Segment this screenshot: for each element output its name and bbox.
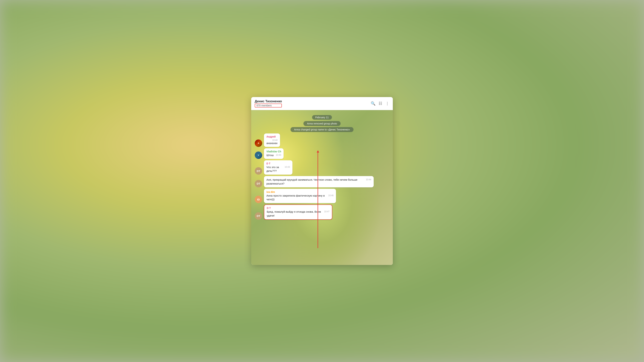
message-bubble: 10:44 Аня, прекращай ерундой заниматься.… [264, 176, 374, 187]
red-vertical-bar [318, 151, 318, 248]
member-count: 670 members [255, 104, 282, 107]
message-row: А Андрей 10:40 ахахахах [255, 134, 389, 147]
system-badge-changed-name: Anna changed group name to «Денис Тихоне… [290, 127, 353, 132]
message-row: DT D T 10:47 Бред, пожалуй выйду я отсюд… [255, 204, 389, 220]
system-message-changed-name: Anna changed group name to «Денис Тихоне… [255, 127, 389, 132]
avatar: V [255, 152, 262, 159]
system-badge-removed: Anna removed group photo [304, 121, 340, 126]
sender-name: D T [266, 162, 290, 165]
chat-body: February 11 Anna removed group photo Ann… [251, 110, 393, 265]
header-left: Денис Тихоненко 670 members [255, 100, 282, 107]
message-text: Анна просто закрепила фактическую картин… [266, 194, 334, 201]
message-time: 10:40 [272, 139, 278, 141]
chat-title: Денис Тихоненко [255, 100, 282, 103]
message-time: 10:43 [276, 154, 281, 156]
system-message-removed-photo: Anna removed group photo [255, 121, 389, 126]
avatar: ID [255, 196, 262, 203]
avatar-initials: DT [257, 170, 260, 173]
sender-name: Андрей [266, 135, 278, 138]
avatar-initials: DT [257, 182, 260, 185]
search-icon[interactable]: 🔍 [371, 101, 376, 106]
header-icons: 🔍 ☷ ⋮ [371, 101, 389, 106]
message-text: Аня, прекращай ерундой заниматься. Честн… [266, 178, 371, 185]
message-time: 10:43 [285, 166, 290, 168]
more-icon[interactable]: ⋮ [385, 101, 389, 106]
avatar: DT [255, 212, 262, 220]
message-bubble-highlighted: D T 10:47 Бред, пожалуй выйду я отсюда с… [264, 204, 332, 220]
red-arrow-head [317, 150, 319, 153]
message-row: DT D T 10:43 Что это за дичь??? [255, 160, 389, 175]
avatar: DT [255, 167, 262, 175]
chat-window: Денис Тихоненко 670 members 🔍 ☷ ⋮ Februa… [251, 97, 393, 265]
message-text: Бред, пожалуй выйду я отсюда снова. Всем… [267, 210, 330, 218]
message-bubble: Vladislav Ch 10:43 Штош [264, 148, 284, 159]
avatar-initials: ID [257, 198, 260, 201]
date-separator: February 11 [255, 115, 389, 120]
message-time: 10:47 [324, 210, 330, 213]
message-bubble: D T 10:43 Что это за дичь??? [264, 160, 292, 175]
message-bubble: Андрей 10:40 ахахахах [264, 134, 280, 147]
avatar: А [255, 140, 262, 147]
message-row: ID iva dim 10:46 Анна просто закрепила ф… [255, 189, 389, 203]
sender-name: Vladislav Ch [266, 150, 281, 153]
date-badge: February 11 [312, 115, 332, 120]
chat-header: Денис Тихоненко 670 members 🔍 ☷ ⋮ [251, 97, 393, 110]
message-time: 10:44 [366, 179, 371, 181]
message-row: V Vladislav Ch 10:43 Штош [255, 148, 389, 159]
chat-content: February 11 Anna removed group photo Ann… [255, 115, 389, 220]
sender-name: iva dim [266, 190, 334, 193]
message-time: 10:46 [328, 194, 334, 196]
avatar: DT [255, 180, 262, 187]
sender-name: D T [267, 207, 330, 209]
message-bubble: iva dim 10:46 Анна просто закрепила факт… [264, 189, 336, 203]
message-row: DT 10:44 Аня, прекращай ерундой занимать… [255, 176, 389, 187]
columns-icon[interactable]: ☷ [379, 101, 382, 106]
avatar-initials: DT [257, 214, 260, 217]
